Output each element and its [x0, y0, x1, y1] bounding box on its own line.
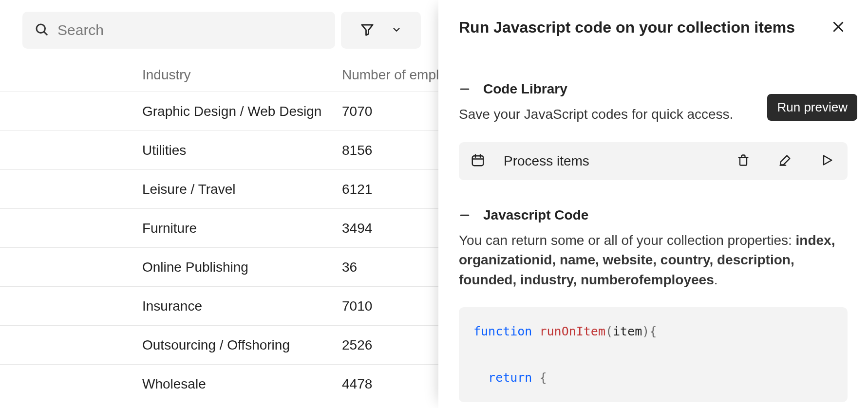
calendar-icon: [471, 153, 485, 169]
column-header-industry[interactable]: Industry: [142, 67, 342, 83]
table-row[interactable]: Online Publishing 36: [0, 247, 443, 286]
svg-marker-11: [824, 156, 831, 165]
cell-industry: Online Publishing: [142, 260, 342, 275]
tooltip-run-preview: Run preview: [767, 94, 857, 121]
data-table: Industry Number of empl Graphic Design /…: [0, 67, 443, 403]
close-button[interactable]: [829, 18, 848, 37]
search-input[interactable]: [57, 22, 323, 38]
table-row[interactable]: Wholesale 4478: [0, 364, 443, 403]
cell-employees: 6121: [342, 182, 443, 197]
table-row[interactable]: Graphic Design / Web Design 7070: [0, 92, 443, 130]
close-icon: [831, 28, 846, 36]
trash-icon: [736, 153, 750, 168]
cell-industry: Outsourcing / Offshoring: [142, 337, 342, 353]
cell-industry: Wholesale: [142, 376, 342, 392]
search-box[interactable]: [22, 12, 335, 49]
library-item-actions: [735, 151, 836, 170]
toolbar: [0, 0, 443, 49]
cell-employees: 3494: [342, 221, 443, 236]
code-editor[interactable]: function runOnItem(item){ return {: [459, 307, 848, 402]
table-row[interactable]: Utilities 8156: [0, 130, 443, 169]
section-javascript-code: Javascript Code You can return some or a…: [459, 207, 848, 402]
cell-employees: 2526: [342, 337, 443, 353]
cell-employees: 36: [342, 260, 443, 275]
panel-title: Run Javascript code on your collection i…: [459, 19, 795, 37]
table-row[interactable]: Leisure / Travel 6121: [0, 169, 443, 208]
section-code-library: Code Library Save your JavaScript codes …: [459, 81, 848, 180]
svg-line-1: [44, 32, 47, 35]
cell-industry: Leisure / Travel: [142, 182, 342, 197]
javascript-code-desc: You can return some or all of your colle…: [459, 231, 848, 290]
collapse-icon[interactable]: [459, 209, 471, 221]
library-item[interactable]: Process items: [459, 142, 848, 180]
section-title-javascript-code: Javascript Code: [483, 207, 588, 223]
left-pane: Industry Number of empl Graphic Design /…: [0, 0, 443, 408]
cell-industry: Graphic Design / Web Design: [142, 104, 342, 119]
cell-industry: Furniture: [142, 221, 342, 236]
table-header: Industry Number of empl: [0, 67, 443, 92]
chevron-down-icon: [391, 24, 402, 37]
side-panel: Run Javascript code on your collection i…: [438, 0, 868, 408]
table-body: Graphic Design / Web Design 7070 Utiliti…: [0, 92, 443, 403]
filter-button[interactable]: [341, 12, 421, 49]
search-icon: [34, 22, 49, 38]
cell-industry: Insurance: [142, 298, 342, 314]
table-row[interactable]: Outsourcing / Offshoring 2526: [0, 325, 443, 364]
section-title-code-library: Code Library: [483, 81, 567, 97]
svg-marker-2: [362, 25, 373, 35]
panel-header: Run Javascript code on your collection i…: [459, 18, 848, 37]
cell-employees: 7070: [342, 104, 443, 119]
column-header-employees[interactable]: Number of empl: [342, 67, 443, 83]
library-item-name: Process items: [504, 153, 716, 169]
edit-button[interactable]: [776, 151, 794, 170]
edit-icon: [778, 153, 792, 168]
svg-rect-6: [472, 156, 484, 166]
collapse-icon[interactable]: [459, 83, 471, 95]
filter-icon: [360, 22, 375, 38]
table-row[interactable]: Insurance 7010: [0, 286, 443, 325]
run-button[interactable]: [818, 151, 836, 170]
cell-employees: 7010: [342, 298, 443, 314]
table-row[interactable]: Furniture 3494: [0, 208, 443, 247]
cell-employees: 4478: [342, 376, 443, 392]
cell-employees: 8156: [342, 143, 443, 158]
delete-button[interactable]: [735, 151, 752, 170]
play-icon: [820, 153, 834, 168]
section-heading: Javascript Code: [459, 207, 848, 223]
cell-industry: Utilities: [142, 143, 342, 158]
